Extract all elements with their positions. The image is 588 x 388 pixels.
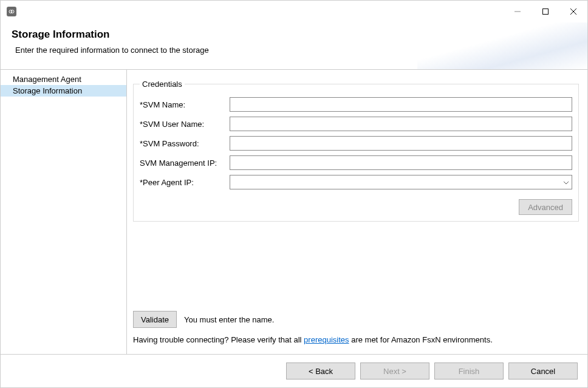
close-button[interactable] — [559, 1, 587, 22]
footer: < Back Next > Finish Cancel — [1, 355, 587, 387]
next-button[interactable]: Next > — [360, 362, 429, 379]
help-prefix: Having trouble connecting? Please verify… — [133, 335, 304, 344]
label-peer-agent-ip: *Peer Agent IP: — [140, 178, 230, 187]
validate-message: You must enter the name. — [184, 315, 274, 324]
sidebar-item-label: Management Agent — [13, 75, 81, 84]
page-title: Storage Information — [12, 29, 575, 41]
label-svm-password: *SVM Password: — [140, 139, 230, 148]
content: Credentials *SVM Name: *SVM User Name: *… — [127, 70, 587, 354]
label-svm-name: *SVM Name: — [140, 100, 230, 109]
banner: Storage Information Enter the required i… — [1, 22, 587, 70]
back-button[interactable]: < Back — [286, 362, 355, 379]
help-text: Having trouble connecting? Please verify… — [133, 335, 579, 344]
minimize-button[interactable] — [504, 1, 532, 22]
credentials-group: Credentials *SVM Name: *SVM User Name: *… — [133, 80, 579, 222]
sidebar-item-storage-information[interactable]: Storage Information — [1, 85, 126, 97]
validate-row: Validate You must enter the name. — [133, 311, 579, 328]
label-svm-mgmt-ip: SVM Management IP: — [140, 158, 230, 168]
row-svm-name: *SVM Name: — [140, 97, 572, 112]
combo-peer-agent-ip[interactable] — [230, 175, 572, 189]
app-icon — [7, 7, 16, 16]
sidebar-item-management-agent[interactable]: Management Agent — [1, 73, 126, 85]
maximize-button[interactable] — [532, 1, 559, 22]
sidebar-item-label: Storage Information — [13, 86, 82, 95]
label-svm-user: *SVM User Name: — [140, 120, 230, 129]
finish-button[interactable]: Finish — [434, 362, 504, 379]
help-suffix: are met for Amazon FsxN environments. — [349, 335, 493, 344]
page-subtitle: Enter the required information to connec… — [15, 46, 575, 55]
input-svm-mgmt-ip[interactable] — [230, 155, 572, 170]
cancel-button[interactable]: Cancel — [508, 362, 578, 379]
credentials-legend: Credentials — [140, 80, 185, 89]
row-svm-password: *SVM Password: — [140, 136, 572, 151]
chevron-down-icon — [561, 179, 572, 186]
row-svm-user: *SVM User Name: — [140, 117, 572, 131]
svg-rect-3 — [543, 9, 549, 15]
spacer — [133, 222, 579, 305]
validate-button[interactable]: Validate — [133, 311, 177, 328]
prerequisites-link[interactable]: prerequisites — [304, 335, 349, 344]
main: Management Agent Storage Information Cre… — [1, 70, 587, 355]
input-svm-name[interactable] — [230, 97, 572, 112]
input-svm-password[interactable] — [230, 136, 572, 151]
advanced-button[interactable]: Advanced — [519, 199, 572, 215]
input-svm-user[interactable] — [230, 117, 572, 131]
row-peer-agent-ip: *Peer Agent IP: — [140, 175, 572, 189]
title-bar — [1, 1, 587, 22]
sidebar: Management Agent Storage Information — [1, 70, 127, 354]
window-controls — [504, 1, 587, 22]
row-svm-mgmt-ip: SVM Management IP: — [140, 155, 572, 170]
